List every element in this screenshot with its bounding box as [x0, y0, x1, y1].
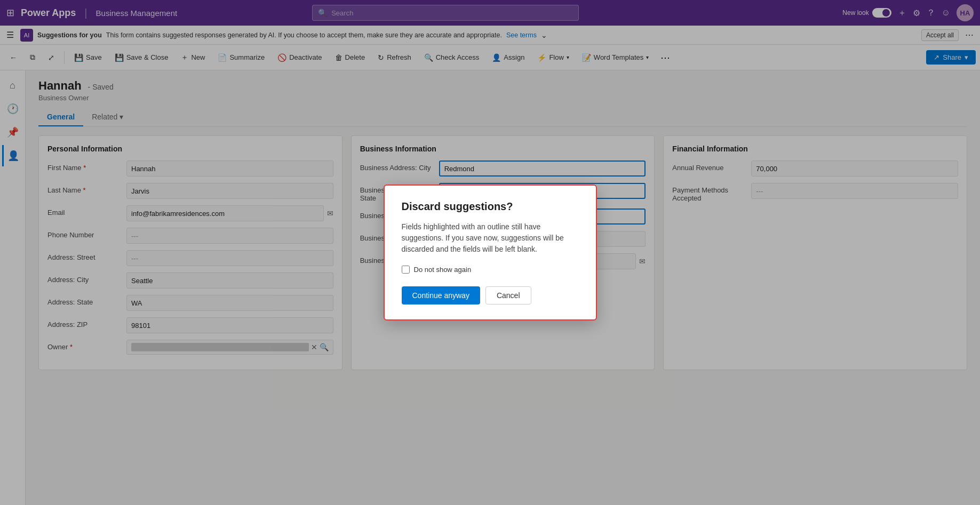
modal-overlay[interactable]: Discard suggestions? Fields highlighted …	[0, 0, 980, 505]
do-not-show-label[interactable]: Do not show again	[414, 266, 472, 274]
cancel-button[interactable]: Cancel	[485, 286, 531, 304]
discard-suggestions-modal: Discard suggestions? Fields highlighted …	[384, 185, 597, 320]
continue-anyway-button[interactable]: Continue anyway	[402, 286, 480, 304]
do-not-show-row: Do not show again	[402, 266, 579, 274]
do-not-show-checkbox[interactable]	[402, 266, 410, 274]
modal-body: Fields highlighted with an outline still…	[402, 221, 579, 255]
modal-title: Discard suggestions?	[402, 201, 579, 213]
modal-actions: Continue anyway Cancel	[402, 286, 579, 304]
